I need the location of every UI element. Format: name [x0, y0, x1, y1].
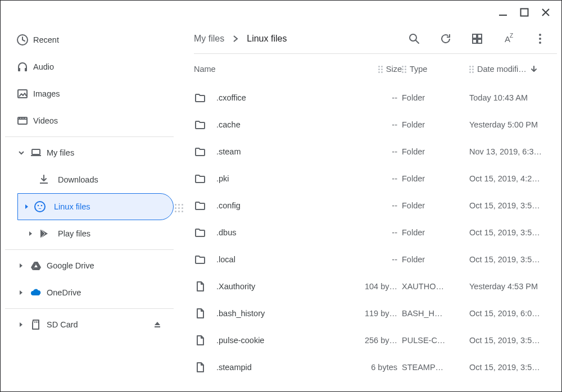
folder-icon	[194, 226, 206, 239]
file-name: .cache	[216, 120, 241, 129]
file-name: .dbus	[216, 228, 236, 237]
file-size: --	[351, 201, 402, 210]
column-header-size[interactable]: Size	[351, 65, 402, 74]
file-size: --	[351, 147, 402, 156]
sidebar-item-play-files[interactable]: Play files	[22, 220, 174, 247]
column-grip-icon[interactable]	[469, 66, 474, 73]
laptop-icon	[30, 147, 47, 159]
sidebar-item-linux-files[interactable]: Linux files	[17, 193, 174, 220]
file-size: 119 by…	[351, 309, 402, 318]
svg-rect-13	[155, 326, 160, 327]
sidebar-label: My files	[47, 148, 74, 157]
sidebar-item-audio[interactable]: Audio	[5, 53, 174, 80]
sidebar-label: Videos	[33, 116, 58, 125]
folder-icon	[194, 253, 206, 266]
folder-icon	[194, 92, 206, 104]
file-name: .bash_history	[216, 309, 265, 318]
table-row[interactable]: .steampid6 bytesSTEAMP…Oct 15, 2019, 3:5…	[194, 354, 557, 381]
file-type: STEAMP…	[402, 363, 469, 372]
column-label: Name	[194, 65, 216, 74]
window-minimize-button[interactable]	[498, 8, 507, 17]
folder-icon	[194, 199, 206, 212]
table-row[interactable]: .bash_history119 by…BASH_H…Oct 15, 2019,…	[194, 300, 557, 327]
file-date: Oct 15, 2019, 3:5…	[469, 201, 554, 210]
chevron-down-icon[interactable]	[13, 149, 30, 156]
search-button[interactable]	[407, 32, 421, 45]
image-icon	[16, 88, 33, 100]
table-header: Name Size Type Date modifi…	[194, 54, 557, 84]
svg-point-11	[38, 205, 39, 207]
file-name: .local	[216, 255, 235, 264]
breadcrumb-parent[interactable]: My files	[194, 34, 224, 44]
column-header-type[interactable]: Type	[402, 65, 469, 74]
table-row[interactable]: .pki--FolderOct 15, 2019, 4:2…	[194, 165, 557, 192]
svg-point-21	[539, 42, 541, 44]
chevron-right-icon[interactable]	[13, 290, 30, 295]
file-size: 6 bytes	[351, 363, 402, 372]
file-type: Folder	[402, 147, 469, 156]
toolbar: My files Linux files AZ	[194, 24, 557, 53]
table-row[interactable]: .config--FolderOct 15, 2019, 3:5…	[194, 192, 557, 219]
sort-button[interactable]: AZ	[502, 32, 515, 45]
file-date: Oct 15, 2019, 6:0…	[469, 309, 554, 318]
chevron-right-icon[interactable]	[20, 204, 34, 209]
chevron-right-icon[interactable]	[13, 263, 30, 268]
file-name: .pki	[216, 174, 229, 183]
sort-arrow-down-icon	[530, 65, 538, 73]
refresh-button[interactable]	[439, 32, 452, 45]
column-grip-icon[interactable]	[402, 66, 406, 73]
sidebar-item-videos[interactable]: Videos	[5, 107, 174, 134]
file-date: Today 10:43 AM	[469, 93, 554, 102]
svg-rect-16	[478, 34, 482, 38]
sidebar-item-recent[interactable]: Recent	[5, 26, 174, 53]
sidebar-item-images[interactable]: Images	[5, 80, 174, 107]
table-row[interactable]: .cache--FolderYesterday 5:00 PM	[194, 111, 557, 138]
chevron-right-icon[interactable]	[13, 322, 30, 327]
table-row[interactable]: .Xauthority104 by…XAUTHO…Yesterday 4:53 …	[194, 273, 557, 300]
svg-rect-0	[499, 15, 507, 16]
chevron-right-icon[interactable]	[24, 231, 38, 236]
svg-rect-8	[31, 155, 41, 156]
table-row[interactable]: .cxoffice--FolderToday 10:43 AM	[194, 84, 557, 111]
column-header-name[interactable]: Name	[194, 65, 351, 74]
file-date: Nov 13, 2019, 6:3…	[469, 147, 554, 156]
svg-rect-15	[473, 34, 477, 38]
sidebar-item-my-files[interactable]: My files	[5, 139, 174, 166]
file-type: PULSE-C…	[402, 336, 469, 345]
download-icon	[38, 174, 58, 186]
table-row[interactable]: .dbus--FolderOct 15, 2019, 3:5…	[194, 219, 557, 246]
eject-button[interactable]	[152, 320, 162, 330]
linux-icon	[34, 200, 54, 213]
column-grip-icon[interactable]	[378, 66, 383, 73]
window-maximize-button[interactable]	[520, 8, 529, 17]
table-row[interactable]: .pulse-cookie256 by…PULSE-C…Oct 15, 2019…	[194, 327, 557, 354]
sidebar-item-onedrive[interactable]: OneDrive	[5, 279, 174, 306]
breadcrumb: My files Linux files	[194, 34, 287, 44]
sidebar-item-sd-card[interactable]: SD Card	[5, 311, 174, 338]
file-name: .Xauthority	[216, 282, 255, 291]
file-icon	[194, 307, 206, 320]
file-type: Folder	[402, 201, 469, 210]
onedrive-icon	[30, 288, 47, 298]
pane-resize-handle[interactable]	[175, 204, 184, 213]
column-header-date[interactable]: Date modifi…	[469, 65, 554, 74]
file-date: Oct 15, 2019, 3:5…	[469, 336, 554, 345]
sidebar-item-downloads[interactable]: Downloads	[22, 166, 174, 193]
file-size: --	[351, 120, 402, 129]
file-icon	[194, 334, 206, 347]
sidebar-label: SD Card	[47, 320, 78, 329]
table-row[interactable]: .steam--FolderNov 13, 2019, 6:3…	[194, 138, 557, 165]
svg-point-10	[35, 202, 45, 212]
window-close-button[interactable]	[541, 8, 550, 17]
file-date: Oct 15, 2019, 4:2…	[469, 174, 554, 183]
svg-rect-4	[25, 68, 27, 71]
svg-rect-18	[478, 39, 482, 43]
file-date: Oct 15, 2019, 3:5…	[469, 255, 554, 264]
file-icon	[194, 361, 206, 373]
chevron-right-icon	[232, 35, 239, 43]
table-row[interactable]: .local--FolderOct 15, 2019, 3:5…	[194, 246, 557, 273]
sidebar-item-google-drive[interactable]: Google Drive	[5, 252, 174, 279]
view-toggle-button[interactable]	[470, 32, 484, 45]
video-icon	[16, 115, 33, 127]
more-menu-button[interactable]	[533, 32, 547, 45]
